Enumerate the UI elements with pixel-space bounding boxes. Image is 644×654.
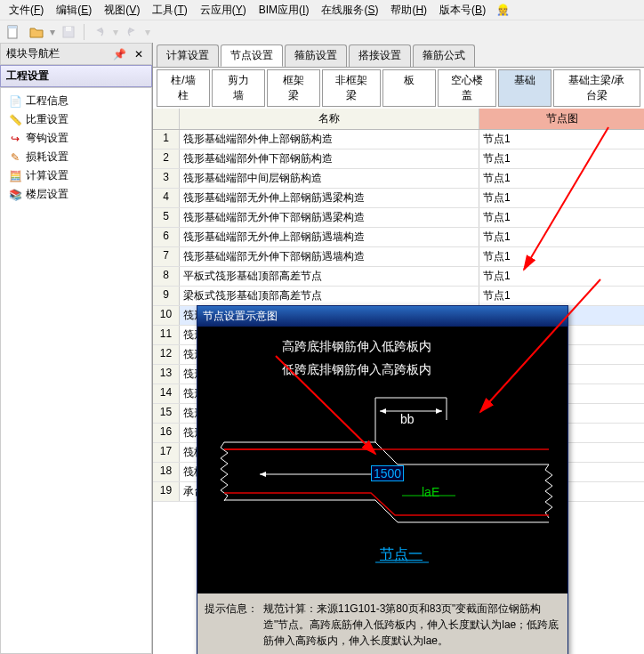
toolbar: ▾ ▾ ▾ — [0, 20, 644, 43]
undo-icon[interactable] — [90, 22, 109, 42]
row-node: 节点1 — [479, 287, 644, 305]
close-sidebar-icon[interactable]: ✕ — [132, 48, 146, 61]
sidebar-item-label: 计算设置 — [26, 168, 68, 183]
tab-stirrup-settings[interactable]: 箍筋设置 — [285, 44, 347, 67]
menu-edit[interactable]: 编辑(E) — [51, 1, 97, 20]
row-name: 筏形基础端部无外伸下部钢筋遇墙构造 — [180, 247, 479, 266]
sidebar-item-loss[interactable]: ✎损耗设置 — [4, 148, 148, 166]
row-number: 7 — [153, 247, 180, 266]
sidebar-title-bar: 模块导航栏 📌 ✕ — [0, 43, 152, 65]
sidebar-item-label: 楼层设置 — [26, 187, 68, 202]
sidebar-title-text: 模块导航栏 — [6, 46, 60, 61]
row-node: 节点1 — [479, 189, 644, 207]
ltab-slab[interactable]: 板 — [382, 69, 436, 107]
row-number: 17 — [153, 443, 180, 462]
svg-rect-3 — [66, 27, 71, 31]
ruler-icon: 📏 — [8, 113, 22, 127]
row-name: 筏形基础端部无外伸上部钢筋遇梁构造 — [180, 189, 479, 207]
svg-marker-8 — [380, 408, 386, 414]
ltab-column[interactable]: 柱/墙柱 — [157, 69, 210, 107]
menu-tools[interactable]: 工具(T) — [147, 1, 192, 20]
menu-cloud[interactable]: 云应用(Y) — [195, 1, 252, 20]
hook-icon: ↪ — [8, 132, 22, 146]
save-icon[interactable] — [59, 22, 78, 42]
row-node: 节点1 — [479, 247, 644, 266]
dimension-input[interactable]: 1500 — [371, 465, 404, 481]
menu-online[interactable]: 在线服务(S) — [316, 1, 383, 20]
row-number: 18 — [153, 463, 180, 481]
table-row[interactable]: 3筏形基础端部中间层钢筋构造节点1 — [153, 169, 644, 189]
table-row[interactable]: 4筏形基础端部无外伸上部钢筋遇梁构造节点1 — [153, 189, 644, 208]
node-link[interactable]: 节点一 — [380, 545, 423, 564]
row-node: 节点1 — [479, 267, 644, 286]
menu-help[interactable]: 帮助(H) — [385, 1, 432, 20]
redo-icon[interactable] — [122, 22, 141, 42]
ltab-nonframebeam[interactable]: 非框架梁 — [322, 69, 381, 107]
sidebar-item-calc[interactable]: 🧮计算设置 — [4, 166, 148, 185]
row-node: 节点1 — [479, 169, 644, 188]
pencil-icon: ✎ — [8, 150, 22, 165]
new-file-icon[interactable] — [4, 22, 23, 42]
svg-marker-9 — [436, 408, 442, 414]
table-row[interactable]: 9梁板式筏形基础顶部高差节点节点1 — [153, 287, 644, 306]
grid-header: 名称 节点图 — [153, 109, 644, 130]
row-name: 筏形基础端部中间层钢筋构造 — [180, 169, 479, 188]
tab-lap-settings[interactable]: 搭接设置 — [349, 44, 411, 67]
sidebar-tree: 📄工程信息 📏比重设置 ↪弯钩设置 ✎损耗设置 🧮计算设置 📚楼层设置 — [0, 87, 152, 654]
svg-marker-20 — [260, 472, 266, 477]
row-number: 8 — [153, 267, 180, 286]
ltab-foundation[interactable]: 基础 — [498, 69, 551, 107]
calc-icon: 🧮 — [8, 169, 22, 183]
row-number: 14 — [153, 384, 180, 403]
table-row[interactable]: 6筏形基础端部无外伸上部钢筋遇墙构造节点1 — [153, 228, 644, 247]
sidebar-section-header: 工程设置 — [0, 65, 152, 87]
doc-icon: 📄 — [8, 94, 22, 109]
popup-title[interactable]: 节点设置示意图 — [197, 306, 568, 327]
lae-label: laE — [422, 485, 439, 499]
menu-file[interactable]: 文件(F) — [4, 1, 49, 20]
col-node[interactable]: 节点图 — [479, 109, 644, 129]
col-name[interactable]: 名称 — [180, 109, 479, 129]
svg-line-13 — [375, 500, 398, 522]
table-row[interactable]: 1筏形基础端部外伸上部钢筋构造节点1 — [153, 130, 644, 149]
pin-icon[interactable]: 📌 — [110, 48, 129, 61]
row-name: 平板式筏形基础顶部高差节点 — [180, 267, 479, 286]
row-number: 11 — [153, 326, 180, 344]
row-number: 15 — [153, 404, 180, 423]
table-row[interactable]: 5筏形基础端部无外伸下部钢筋遇梁构造节点1 — [153, 208, 644, 228]
open-folder-icon[interactable] — [27, 22, 46, 42]
popup-note: 提示信息： 规范计算：来源11G101-3第80页和83页"变截面部位钢筋构造"… — [197, 593, 568, 654]
sidebar-item-project-info[interactable]: 📄工程信息 — [4, 92, 148, 110]
row-node: 节点1 — [479, 228, 644, 246]
tab-calc-settings[interactable]: 计算设置 — [157, 44, 219, 67]
svg-rect-1 — [8, 26, 17, 28]
row-name: 筏形基础端部无外伸下部钢筋遇梁构造 — [180, 208, 479, 227]
sidebar-item-weight[interactable]: 📏比重设置 — [4, 110, 148, 129]
row-name: 筏形基础端部外伸下部钢筋构造 — [180, 149, 479, 168]
menubar: 文件(F) 编辑(E) 视图(V) 工具(T) 云应用(Y) BIM应用(I) … — [0, 0, 644, 20]
row-number: 12 — [153, 345, 180, 364]
row-name: 梁板式筏形基础顶部高差节点 — [180, 287, 479, 305]
ltab-foundation-beam[interactable]: 基础主梁/承台梁 — [553, 69, 640, 107]
ltab-shearwall[interactable]: 剪力墙 — [212, 69, 265, 107]
sidebar-item-label: 损耗设置 — [26, 149, 68, 165]
layers-icon: 📚 — [8, 188, 22, 202]
sidebar-item-floor[interactable]: 📚楼层设置 — [4, 185, 148, 204]
table-row[interactable]: 7筏形基础端部无外伸下部钢筋遇墙构造节点1 — [153, 247, 644, 267]
sidebar-item-hook[interactable]: ↪弯钩设置 — [4, 129, 148, 148]
ltab-framebeam[interactable]: 框架梁 — [267, 69, 320, 107]
bb-label: bb — [400, 412, 415, 426]
menu-bim[interactable]: BIM应用(I) — [254, 1, 315, 20]
row-node: 节点1 — [479, 208, 644, 227]
tab-stirrup-formula[interactable]: 箍筋公式 — [413, 44, 475, 67]
svg-line-12 — [375, 442, 398, 464]
row-number: 5 — [153, 208, 180, 227]
table-row[interactable]: 2筏形基础端部外伸下部钢筋构造节点1 — [153, 149, 644, 169]
menu-view[interactable]: 视图(V) — [99, 1, 145, 20]
row-number: 4 — [153, 189, 180, 207]
ltab-hollow[interactable]: 空心楼盖 — [438, 69, 496, 107]
table-row[interactable]: 8平板式筏形基础顶部高差节点节点1 — [153, 267, 644, 287]
row-number: 13 — [153, 365, 180, 384]
tab-node-settings[interactable]: 节点设置 — [221, 44, 283, 67]
menu-version[interactable]: 版本号(B) — [434, 1, 491, 20]
